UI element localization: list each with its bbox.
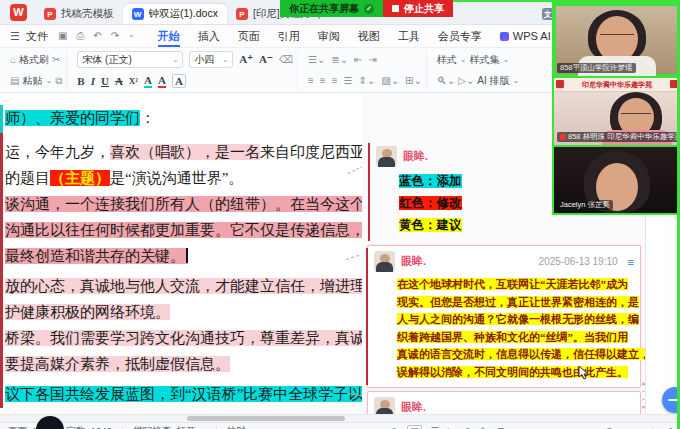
participant-name-label: Jacelyn 张芷奚 xyxy=(557,200,613,210)
copy-icon[interactable]: ⧉ xyxy=(55,75,62,87)
pdf-file-icon: P xyxy=(44,8,56,20)
styles-dropdown[interactable]: 样式 xyxy=(437,53,457,67)
screen-share-banner: 你正在共享屏幕 ✓ 停止共享 xyxy=(280,0,453,17)
superscript-button[interactable]: X² xyxy=(129,76,138,86)
ai-layout-dropdown[interactable]: AI 排版 xyxy=(477,74,509,88)
cut-icon[interactable]: ✂ xyxy=(52,54,60,65)
revision-bar xyxy=(0,105,3,408)
tab-template-doc[interactable]: P 找稿壳模板 xyxy=(35,4,123,24)
clear-format-icon[interactable]: ⌫ xyxy=(279,54,293,65)
horizontal-scrollbar[interactable] xyxy=(0,414,680,422)
hamburger-icon[interactable]: ☰ xyxy=(10,30,20,43)
comment-card-main[interactable]: 眼眸. 2025-06-13 19:10 ≡ 在这个地球村时代，互联网让“天涯若… xyxy=(367,245,641,388)
save-icon[interactable]: ▣ xyxy=(58,30,67,42)
commenter-avatar xyxy=(376,146,397,167)
glasses xyxy=(600,34,634,38)
decrease-font-button[interactable]: A⁻ xyxy=(259,53,273,66)
video-tile-3[interactable]: Jacelyn 张芷奚 xyxy=(554,147,680,213)
proofread-button[interactable]: 校对 xyxy=(227,425,246,429)
style-set-dropdown[interactable]: 样式集 xyxy=(470,53,500,67)
flag-icon xyxy=(560,134,566,140)
increase-font-button[interactable]: A⁺ xyxy=(239,53,253,66)
chevron-down-icon: ⌄ xyxy=(460,55,467,64)
wps-logo[interactable]: W xyxy=(10,4,27,21)
select-icon[interactable]: ▷⌄ xyxy=(458,75,474,86)
meeting-video-overlay: 858平顶山学院许梦瑶 印尼华裔中华乐趣学苑 858 林明珠 印尼华裔中华乐趣学… xyxy=(552,2,680,215)
status-bar: 页面: 1/3 字数: 1049 拼写检查: 打开 ⌄ 校对 ◎ ▤ ☰ ▷ ⊕… xyxy=(0,422,680,429)
justify-icon[interactable]: ☰ xyxy=(343,75,352,86)
menu-tab-page[interactable]: 页面 xyxy=(229,25,269,47)
glasses xyxy=(621,113,651,117)
share-status: 你正在共享屏幕 ✓ xyxy=(280,0,383,17)
align-left-icon[interactable]: ≡ xyxy=(308,75,314,86)
docx-file-icon: W xyxy=(132,8,144,20)
pdf-file-icon: P xyxy=(236,8,248,20)
chevron-down-icon: ⌄ xyxy=(45,76,52,85)
strikethrough-button[interactable]: A xyxy=(115,75,123,87)
wps-ai-icon xyxy=(500,32,509,41)
numbered-list-icon[interactable]: ≣⌄ xyxy=(331,54,348,65)
stop-icon xyxy=(392,5,399,12)
chevron-down-icon: ⌄ xyxy=(172,56,178,64)
font-name-select[interactable]: 宋体 (正文) ⌄ xyxy=(77,51,183,68)
underline-button[interactable]: U xyxy=(101,75,109,87)
menu-tab-view[interactable]: 视图 xyxy=(349,25,389,47)
tab-active-docx[interactable]: W 钟双运(1).docx xyxy=(123,4,227,24)
commenter-name: 眼眸. xyxy=(401,254,533,269)
paste-icon: ▤ xyxy=(10,75,19,86)
chevron-down-icon: ⌄ xyxy=(503,55,510,64)
mouse-cursor xyxy=(578,365,590,381)
page-view-icon[interactable]: ▤ xyxy=(407,425,422,429)
menu-tab-review[interactable]: 审阅 xyxy=(309,25,349,47)
video-tile-active-speaker[interactable]: 858平顶山学院许梦瑶 xyxy=(554,4,680,78)
comment-scroll-arrows[interactable]: ▲▪▪▼ xyxy=(641,380,646,410)
italic-button[interactable]: I xyxy=(91,75,95,87)
fullscreen-icon[interactable]: ⤢ xyxy=(665,426,672,429)
bullet-list-icon[interactable]: ☰⌄ xyxy=(308,54,325,65)
menu-file[interactable]: 文件 xyxy=(26,29,48,44)
menu-tab-insert[interactable]: 插入 xyxy=(189,25,229,47)
char-border-button[interactable]: A xyxy=(172,74,186,88)
shading-icon[interactable]: ▨⌄ xyxy=(381,75,399,86)
format-painter-icon: ⌂ xyxy=(10,54,16,65)
comment-text: 在这个地球村时代，互联网让“天涯若比邻”成为现实。但您是否想过，真正让世界紧密相… xyxy=(368,274,640,387)
participant-name-label: 858 林明珠 印尼华裔中华乐趣学苑 xyxy=(557,132,680,142)
font-size-select[interactable]: 小四 ⌄ xyxy=(189,51,233,68)
menu-tab-tools[interactable]: 工具 xyxy=(389,25,429,47)
chevron-down-icon[interactable]: ⌄ xyxy=(128,30,135,42)
format-painter-button[interactable]: ⌂ 格式刷 ✂ xyxy=(10,51,62,68)
font-color-button[interactable]: A xyxy=(158,74,166,88)
redo-icon[interactable]: ↷ xyxy=(111,30,119,42)
commenter-avatar xyxy=(374,251,395,272)
undo-icon[interactable]: ↶ xyxy=(93,30,101,42)
stop-share-button[interactable]: 停止共享 xyxy=(383,0,453,17)
menu-tab-wps-ai[interactable]: WPS AI xyxy=(491,25,560,47)
comment-card-third[interactable]: 眼眸. xyxy=(367,391,641,414)
bold-button[interactable]: B xyxy=(77,75,84,87)
find-icon[interactable]: 🔍︎⌄ xyxy=(437,75,455,86)
scrollbar-thumb[interactable] xyxy=(187,416,345,421)
word-count: 字数: 1049 xyxy=(67,425,112,429)
outdent-icon[interactable]: ⇤ xyxy=(354,54,362,65)
chevron-down-icon: ⌄ xyxy=(222,56,228,64)
menu-tab-reference[interactable]: 引用 xyxy=(269,25,309,47)
zoom-level[interactable]: 155% ⌄ xyxy=(513,426,548,429)
align-right-icon[interactable]: ≡ xyxy=(332,75,338,86)
indent-icon[interactable]: ⇥ xyxy=(368,54,376,65)
menu-tab-home[interactable]: 开始 xyxy=(149,25,189,47)
participant-name-label: 858平顶山学院许梦瑶 xyxy=(557,63,636,73)
line-spacing-icon[interactable]: ⇕⌄ xyxy=(358,75,375,86)
highlight-color-button[interactable]: A xyxy=(144,74,152,88)
menu-tab-member[interactable]: 会员专享 xyxy=(429,25,491,47)
video-tile-2[interactable]: 印尼华裔中华乐趣学苑 858 林明珠 印尼华裔中华乐趣学苑 xyxy=(554,78,680,147)
align-center-icon[interactable]: ≡ xyxy=(320,75,326,86)
document-page[interactable]: 师）、亲爱的同学们：运，今年九岁，喜欢（唱歌），是一名来自印度尼西亚的的题目（主… xyxy=(0,93,363,414)
print-icon[interactable]: ⎙ xyxy=(76,30,84,42)
commenter-name: 眼眸. xyxy=(401,400,634,414)
border-icon[interactable]: ⊞⌄ xyxy=(405,75,422,86)
wps-office-window: W P 找稿壳模板 W 钟双运(1).docx P [印尼]黄钰婷（Gw... … xyxy=(0,0,680,429)
spellcheck-toggle[interactable]: 拼写检查: 打开 ⌄ xyxy=(133,425,206,429)
document-text[interactable]: 师）、亲爱的同学们：运，今年九岁，喜欢（唱歌），是一名来自印度尼西亚的的题目（主… xyxy=(5,105,358,407)
paste-button[interactable]: ▤ 粘贴 ⌄ ⧉ xyxy=(10,72,62,89)
comment-menu-icon[interactable]: ≡ xyxy=(628,256,634,268)
